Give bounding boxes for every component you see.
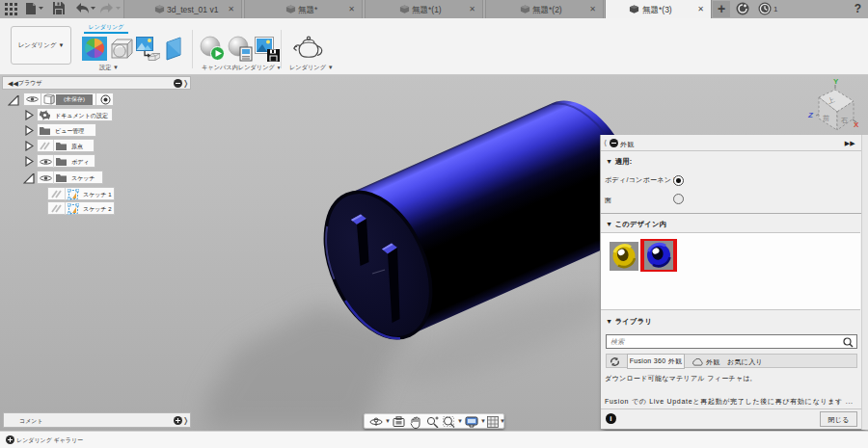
svg-text:右: 右 (841, 117, 848, 124)
svg-text:前: 前 (823, 115, 829, 121)
svg-text:Z: Z (807, 111, 814, 119)
svg-text:Y: Y (833, 77, 839, 86)
